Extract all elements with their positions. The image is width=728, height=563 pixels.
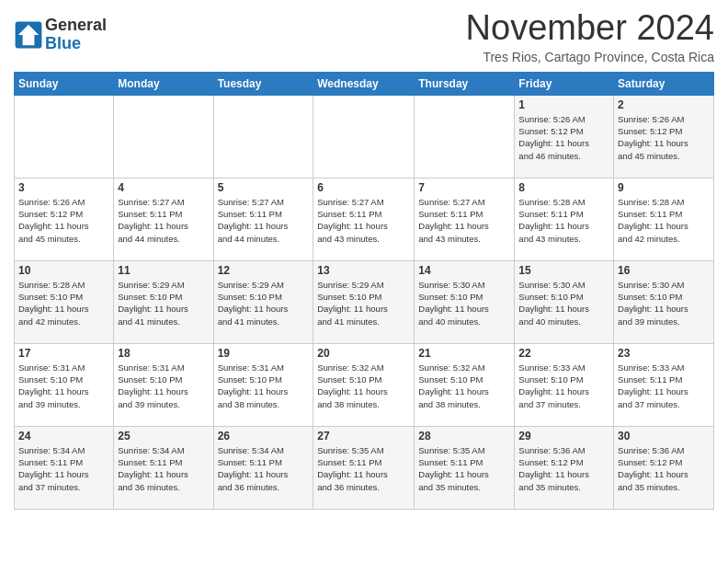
header-monday: Monday <box>114 72 213 95</box>
day-info: Sunrise: 5:31 AM Sunset: 5:10 PM Dayligh… <box>18 362 109 410</box>
day-info: Sunrise: 5:29 AM Sunset: 5:10 PM Dayligh… <box>118 279 209 327</box>
day-info: Sunrise: 5:30 AM Sunset: 5:10 PM Dayligh… <box>418 279 510 327</box>
header-saturday: Saturday <box>614 72 714 95</box>
day-number: 11 <box>118 264 209 277</box>
day-info: Sunrise: 5:30 AM Sunset: 5:10 PM Dayligh… <box>518 279 609 327</box>
day-info: Sunrise: 5:31 AM Sunset: 5:10 PM Dayligh… <box>218 362 310 410</box>
day-cell: 17Sunrise: 5:31 AM Sunset: 5:10 PM Dayli… <box>15 343 114 426</box>
day-cell: 18Sunrise: 5:31 AM Sunset: 5:10 PM Dayli… <box>114 343 213 426</box>
day-info: Sunrise: 5:27 AM Sunset: 5:11 PM Dayligh… <box>418 196 510 245</box>
day-number: 3 <box>18 181 109 194</box>
day-info: Sunrise: 5:33 AM Sunset: 5:11 PM Dayligh… <box>618 362 710 410</box>
day-cell <box>313 95 415 178</box>
day-number: 4 <box>118 181 209 194</box>
day-info: Sunrise: 5:34 AM Sunset: 5:11 PM Dayligh… <box>118 444 209 493</box>
day-number: 12 <box>218 264 310 277</box>
day-info: Sunrise: 5:27 AM Sunset: 5:11 PM Dayligh… <box>118 196 209 245</box>
day-cell: 29Sunrise: 5:36 AM Sunset: 5:12 PM Dayli… <box>515 426 614 509</box>
day-number: 30 <box>618 430 710 442</box>
day-number: 1 <box>518 98 609 111</box>
day-info: Sunrise: 5:28 AM Sunset: 5:11 PM Dayligh… <box>618 196 710 245</box>
day-info: Sunrise: 5:34 AM Sunset: 5:11 PM Dayligh… <box>18 444 109 493</box>
day-cell: 5Sunrise: 5:27 AM Sunset: 5:11 PM Daylig… <box>213 178 313 260</box>
day-cell: 7Sunrise: 5:27 AM Sunset: 5:11 PM Daylig… <box>415 178 515 260</box>
page-header: General Blue November 2024 Tres Rios, Ca… <box>14 9 714 64</box>
month-title: November 2024 <box>466 9 714 48</box>
day-number: 19 <box>218 347 310 360</box>
subtitle: Tres Rios, Cartago Province, Costa Rica <box>466 50 714 64</box>
header-tuesday: Tuesday <box>213 72 313 95</box>
week-row-2: 10Sunrise: 5:28 AM Sunset: 5:10 PM Dayli… <box>15 260 714 343</box>
day-cell: 6Sunrise: 5:27 AM Sunset: 5:11 PM Daylig… <box>313 178 415 260</box>
header-friday: Friday <box>515 72 614 95</box>
day-info: Sunrise: 5:32 AM Sunset: 5:10 PM Dayligh… <box>317 362 410 410</box>
day-cell: 26Sunrise: 5:34 AM Sunset: 5:11 PM Dayli… <box>213 426 313 509</box>
day-cell: 30Sunrise: 5:36 AM Sunset: 5:12 PM Dayli… <box>614 426 714 509</box>
day-number: 10 <box>18 264 109 277</box>
day-number: 17 <box>18 347 109 360</box>
day-cell: 13Sunrise: 5:29 AM Sunset: 5:10 PM Dayli… <box>313 260 415 343</box>
day-cell <box>213 95 313 178</box>
day-number: 21 <box>418 347 510 360</box>
day-cell: 2Sunrise: 5:26 AM Sunset: 5:12 PM Daylig… <box>614 95 714 178</box>
day-cell: 27Sunrise: 5:35 AM Sunset: 5:11 PM Dayli… <box>313 426 415 509</box>
day-number: 24 <box>18 430 109 442</box>
day-cell: 21Sunrise: 5:32 AM Sunset: 5:10 PM Dayli… <box>415 343 515 426</box>
day-cell: 24Sunrise: 5:34 AM Sunset: 5:11 PM Dayli… <box>15 426 114 509</box>
day-number: 9 <box>618 181 710 194</box>
day-info: Sunrise: 5:26 AM Sunset: 5:12 PM Dayligh… <box>18 196 109 245</box>
logo-line2: Blue <box>45 35 107 53</box>
day-number: 27 <box>317 430 410 442</box>
day-cell: 25Sunrise: 5:34 AM Sunset: 5:11 PM Dayli… <box>114 426 213 509</box>
calendar-body: 1Sunrise: 5:26 AM Sunset: 5:12 PM Daylig… <box>15 95 714 509</box>
header-wednesday: Wednesday <box>313 72 415 95</box>
week-row-4: 24Sunrise: 5:34 AM Sunset: 5:11 PM Dayli… <box>15 426 714 509</box>
day-cell: 15Sunrise: 5:30 AM Sunset: 5:10 PM Dayli… <box>515 260 614 343</box>
logo: General Blue <box>14 17 107 53</box>
day-info: Sunrise: 5:29 AM Sunset: 5:10 PM Dayligh… <box>317 279 410 327</box>
day-info: Sunrise: 5:36 AM Sunset: 5:12 PM Dayligh… <box>518 444 609 493</box>
day-info: Sunrise: 5:30 AM Sunset: 5:10 PM Dayligh… <box>618 279 710 327</box>
day-cell: 19Sunrise: 5:31 AM Sunset: 5:10 PM Dayli… <box>213 343 313 426</box>
day-info: Sunrise: 5:35 AM Sunset: 5:11 PM Dayligh… <box>317 444 410 493</box>
day-info: Sunrise: 5:26 AM Sunset: 5:12 PM Dayligh… <box>618 113 710 162</box>
day-number: 18 <box>118 347 209 360</box>
day-number: 15 <box>518 264 609 277</box>
day-info: Sunrise: 5:33 AM Sunset: 5:10 PM Dayligh… <box>518 362 609 410</box>
day-number: 20 <box>317 347 410 360</box>
day-number: 28 <box>418 430 510 442</box>
day-info: Sunrise: 5:27 AM Sunset: 5:11 PM Dayligh… <box>218 196 310 245</box>
day-cell: 9Sunrise: 5:28 AM Sunset: 5:11 PM Daylig… <box>614 178 714 260</box>
day-info: Sunrise: 5:26 AM Sunset: 5:12 PM Dayligh… <box>518 113 609 162</box>
calendar-table: SundayMondayTuesdayWednesdayThursdayFrid… <box>14 72 714 510</box>
day-cell: 1Sunrise: 5:26 AM Sunset: 5:12 PM Daylig… <box>515 95 614 178</box>
week-row-1: 3Sunrise: 5:26 AM Sunset: 5:12 PM Daylig… <box>15 178 714 260</box>
header-row: SundayMondayTuesdayWednesdayThursdayFrid… <box>15 72 714 95</box>
day-number: 16 <box>618 264 710 277</box>
day-info: Sunrise: 5:34 AM Sunset: 5:11 PM Dayligh… <box>218 444 310 493</box>
day-info: Sunrise: 5:28 AM Sunset: 5:11 PM Dayligh… <box>518 196 609 245</box>
day-number: 26 <box>218 430 310 442</box>
title-section: November 2024 Tres Rios, Cartago Provinc… <box>466 9 714 64</box>
day-info: Sunrise: 5:36 AM Sunset: 5:12 PM Dayligh… <box>618 444 710 493</box>
day-cell: 22Sunrise: 5:33 AM Sunset: 5:10 PM Dayli… <box>515 343 614 426</box>
day-info: Sunrise: 5:28 AM Sunset: 5:10 PM Dayligh… <box>18 279 109 327</box>
day-cell <box>114 95 213 178</box>
day-cell: 12Sunrise: 5:29 AM Sunset: 5:10 PM Dayli… <box>213 260 313 343</box>
logo-icon <box>14 20 43 50</box>
day-cell: 11Sunrise: 5:29 AM Sunset: 5:10 PM Dayli… <box>114 260 213 343</box>
calendar-header: SundayMondayTuesdayWednesdayThursdayFrid… <box>15 72 714 95</box>
day-number: 29 <box>518 430 609 442</box>
day-number: 23 <box>618 347 710 360</box>
header-sunday: Sunday <box>15 72 114 95</box>
day-number: 2 <box>618 98 710 111</box>
day-cell: 14Sunrise: 5:30 AM Sunset: 5:10 PM Dayli… <box>415 260 515 343</box>
week-row-3: 17Sunrise: 5:31 AM Sunset: 5:10 PM Dayli… <box>15 343 714 426</box>
day-cell <box>15 95 114 178</box>
day-cell: 28Sunrise: 5:35 AM Sunset: 5:11 PM Dayli… <box>415 426 515 509</box>
week-row-0: 1Sunrise: 5:26 AM Sunset: 5:12 PM Daylig… <box>15 95 714 178</box>
day-number: 7 <box>418 181 510 194</box>
day-info: Sunrise: 5:32 AM Sunset: 5:10 PM Dayligh… <box>418 362 510 410</box>
day-info: Sunrise: 5:29 AM Sunset: 5:10 PM Dayligh… <box>218 279 310 327</box>
day-cell: 3Sunrise: 5:26 AM Sunset: 5:12 PM Daylig… <box>15 178 114 260</box>
